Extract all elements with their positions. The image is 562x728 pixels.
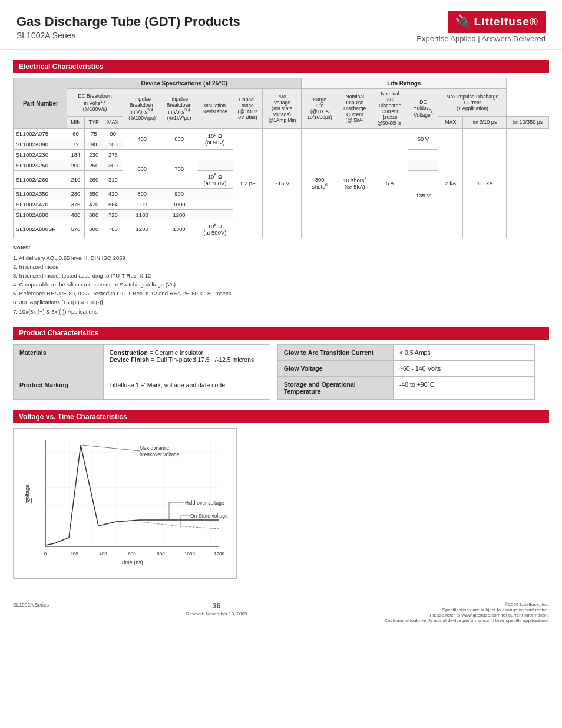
glow-char-value: < 0.5 Amps <box>393 344 534 360</box>
logo-area: 🔌 Littelfuse® Expertise Applied | Answer… <box>416 11 546 43</box>
device-specs-header: Device Specifications (at 25°C) <box>67 78 302 89</box>
page-header: Gas Discharge Tube (GDT) Products SL1002… <box>0 0 562 50</box>
arc-voltage-header: ArcVoltage(Ion statevoltage)@1Amp Min <box>263 89 302 129</box>
notes-title: Notes: <box>13 243 549 252</box>
electrical-table: Part Number Device Specifications (at 25… <box>13 78 549 238</box>
glow-char-row: Glow to Arc Transition Current< 0.5 Amps <box>277 344 534 360</box>
svg-text:800: 800 <box>157 551 165 556</box>
nominal-ac-header: NominalACDischargeCurrent[10x1s@50-60Hz] <box>372 89 408 129</box>
glow-char-label: Glow Voltage <box>277 360 393 376</box>
surge-life-header: SurgeLife(@100A10/1000μs) <box>302 89 338 129</box>
product-section-title: Product Characteristics <box>13 327 549 340</box>
page-subtitle: SL1002A Series <box>16 31 240 40</box>
svg-text:On-State voltage: On-State voltage <box>190 513 228 519</box>
svg-text:1000: 1000 <box>184 551 195 556</box>
svg-text:400: 400 <box>99 551 107 556</box>
at-2-10-header: @ 2/10 μs <box>463 116 507 128</box>
dc-breakdown-header: DC Breakdownin Volts1,2(@100V/s) <box>67 89 123 117</box>
prod-char-row: MaterialsConstruction = Ceramic Insulato… <box>14 344 270 377</box>
notes-section: Notes: 1. At delivery AQL 0.65 level II,… <box>13 243 549 316</box>
notes-list: 1. At delivery AQL 0.65 level II, DIN IS… <box>13 253 549 316</box>
note-item: 6. 300 Applications [150(+) & 150(-)] <box>13 298 549 307</box>
part-number-header: Part Number <box>14 78 67 129</box>
min-header: MIN <box>67 116 84 128</box>
glow-char-value: ~60 - 140 Volts <box>393 360 534 376</box>
page-title: Gas Discharge Tube (GDT) Products <box>16 14 240 29</box>
svg-text:[V]: [V] <box>25 498 32 503</box>
chart-container: Voltage [V] 0 200 400 600 800 1000 1200 … <box>13 428 237 579</box>
glow-char-row: Glow Voltage~60 - 140 Volts <box>277 360 534 376</box>
typ-header: TYP <box>85 116 103 128</box>
logo-text: Littelfuse® <box>474 15 538 28</box>
max-header: MAX <box>103 116 123 128</box>
glow-char-value: -40 to +90°C <box>393 376 534 399</box>
note-item: 3. In ionized mode, tested according to … <box>13 271 549 280</box>
svg-text:Time (ns): Time (ns) <box>121 559 143 565</box>
svg-text:Max dynamic: Max dynamic <box>140 445 170 451</box>
footer-center: 36 Revised: November 10, 2009 <box>186 602 247 617</box>
svg-text:Hold-over voltage: Hold-over voltage <box>185 500 224 506</box>
prod-char-label: Product Marking <box>14 377 104 399</box>
logo-box: 🔌 Littelfuse® <box>448 11 546 33</box>
page-footer: SL1002A Series 36 Revised: November 10, … <box>0 597 562 628</box>
glow-table: Glow to Arc Transition Current< 0.5 Amps… <box>277 344 535 400</box>
note-item: 7. 10x(5x (+) & 5x (-)) Applications <box>13 307 549 316</box>
glow-char-row: Storage and Operational Temperature-40 t… <box>277 376 534 399</box>
note-item: 4. Comparable to the silicon measurement… <box>13 280 549 289</box>
materials-table: MaterialsConstruction = Ceramic Insulato… <box>13 344 270 400</box>
logo-tagline: Expertise Applied | Answers Delivered <box>416 34 546 43</box>
header-title-block: Gas Discharge Tube (GDT) Products SL1002… <box>16 14 240 40</box>
impulse-breakdown2-header: ImpulseBreakdownin Volts3,4(@1kV/μs) <box>161 89 197 129</box>
note-item: 5. Reference REA PE-80, 0.2A. Tested to … <box>13 289 549 298</box>
prod-char-value: Littelfuse 'LF' Mark, voltage and date c… <box>103 377 270 399</box>
glow-char-label: Glow to Arc Transition Current <box>277 344 393 360</box>
voltage-time-section: Voltage vs. Time Characteristics Voltage… <box>13 410 549 579</box>
svg-text:1200: 1200 <box>214 551 224 556</box>
prod-char-row: Product MarkingLittelfuse 'LF' Mark, vol… <box>14 377 270 399</box>
svg-text:0: 0 <box>44 551 47 556</box>
nominal-impulse-header: NominalImpulseDischargeCurrent(@ 5kA) <box>338 89 372 129</box>
product-chars-grid: MaterialsConstruction = Ceramic Insulato… <box>13 344 549 400</box>
logo-icon: 🔌 <box>455 14 471 29</box>
life-ratings-header: Life Ratings <box>302 78 507 89</box>
glow-char-label: Storage and Operational Temperature <box>277 376 393 399</box>
voltage-time-title: Voltage vs. Time Characteristics <box>13 410 549 423</box>
prod-char-value: Construction = Ceramic InsulatorDevice F… <box>103 344 270 377</box>
capacitance-header: Capaci-tance(@1MHz0V Bias) <box>233 89 263 129</box>
prod-char-label: Materials <box>14 344 104 377</box>
at-10-350-header: @ 10/350 μs <box>507 116 549 128</box>
svg-text:breakover voltage: breakover voltage <box>140 452 180 457</box>
max-imp-header: MAX <box>438 116 463 128</box>
page-number: 36 <box>186 602 247 610</box>
svg-text:200: 200 <box>70 551 78 556</box>
dc-holdover-header: DCHoldoverVoltage5 <box>408 89 438 129</box>
note-item: 1. At delivery AQL 0.65 level II, DIN IS… <box>13 253 549 262</box>
footer-left: SL1002A Series <box>13 602 49 608</box>
electrical-characteristics-section: Electrical Characteristics Part Number D… <box>13 60 549 238</box>
max-impulse-header: Max Impulse DischargeCurrent(1 Applicati… <box>438 89 507 117</box>
voltage-time-chart: Voltage [V] 0 200 400 600 800 1000 1200 … <box>22 434 228 570</box>
impulse-breakdown1-header: ImpulseBreakdownin Volts3,4(@100V/μs) <box>123 89 161 129</box>
footer-right: ©2009 Littelfuse, Inc. Specifications ar… <box>384 602 549 623</box>
svg-rect-0 <box>45 440 219 546</box>
product-characteristics-section: Product Characteristics MaterialsConstru… <box>13 327 549 400</box>
svg-text:600: 600 <box>128 551 136 556</box>
electrical-section-title: Electrical Characteristics <box>13 60 549 73</box>
insulation-header: InsulationResistance <box>197 89 233 129</box>
note-item: 2. In ionized mode <box>13 262 549 271</box>
footer-revised: Revised: November 10, 2009 <box>186 611 247 617</box>
